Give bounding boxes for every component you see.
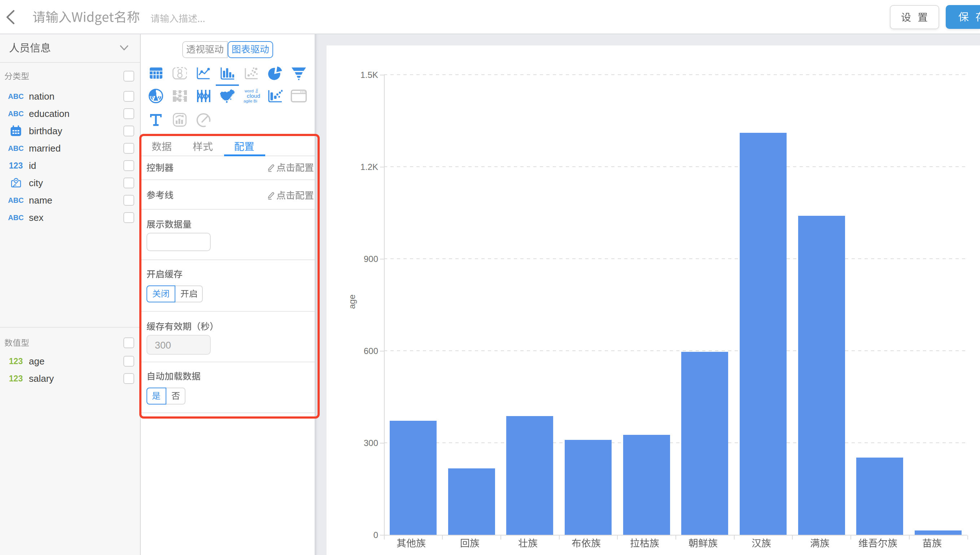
svg-text:tag: tag	[255, 89, 259, 93]
svg-text:agile Bi: agile Bi	[243, 99, 257, 103]
svg-text:cloud: cloud	[247, 93, 260, 99]
